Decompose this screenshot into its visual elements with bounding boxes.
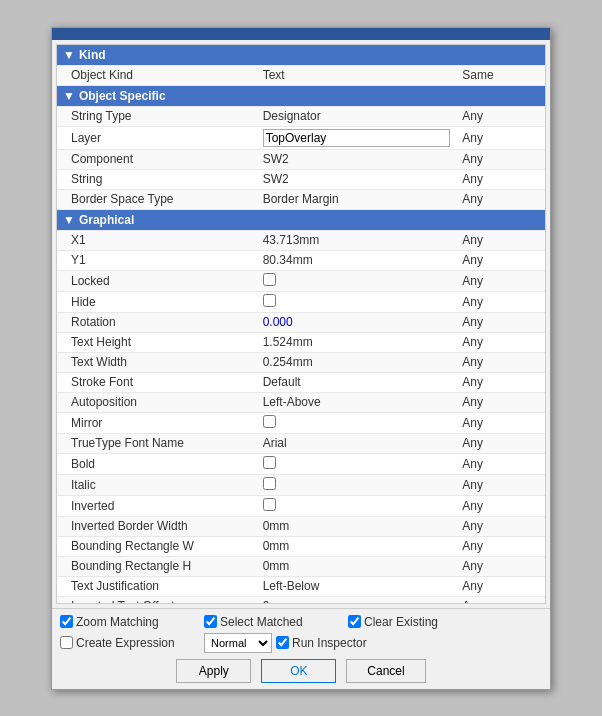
row-match: Any xyxy=(456,372,545,392)
row-match: Any xyxy=(456,332,545,352)
row-value[interactable] xyxy=(257,126,457,149)
row-match: Any xyxy=(456,291,545,312)
run-inspector-label[interactable]: Run Inspector xyxy=(292,636,367,650)
row-value[interactable] xyxy=(257,412,457,433)
row-value[interactable] xyxy=(257,453,457,474)
clear-existing-checkbox[interactable] xyxy=(348,615,361,628)
row-match: Any xyxy=(456,250,545,270)
table-row: Bounding Rectangle W0mmAny xyxy=(57,536,545,556)
row-label: Bounding Rectangle H xyxy=(57,556,257,576)
row-match: Any xyxy=(456,412,545,433)
row-match: Any xyxy=(456,126,545,149)
row-label: Bold xyxy=(57,453,257,474)
create-expression-item: Create Expression xyxy=(60,636,200,650)
row-value: 0.000 xyxy=(257,312,457,332)
section-header-graphical: ▼Graphical xyxy=(57,209,545,230)
table-row: BoldAny xyxy=(57,453,545,474)
table-row: Y180.34mmAny xyxy=(57,250,545,270)
table-row: Object KindTextSame xyxy=(57,65,545,85)
zoom-matching-checkbox[interactable] xyxy=(60,615,73,628)
table-row: ComponentSW2Any xyxy=(57,149,545,169)
row-label: Mirror xyxy=(57,412,257,433)
create-expression-checkbox[interactable] xyxy=(60,636,73,649)
footer: Zoom Matching Select Matched Clear Exist… xyxy=(52,608,550,689)
normal-select[interactable]: Normal Any Same Different xyxy=(204,633,272,653)
row-value: Left-Above xyxy=(257,392,457,412)
row-match: Any xyxy=(456,495,545,516)
checkbox-mirror[interactable] xyxy=(263,415,276,428)
run-inspector-item: Run Inspector xyxy=(276,636,416,650)
select-matched-checkbox[interactable] xyxy=(204,615,217,628)
table-row: Stroke FontDefaultAny xyxy=(57,372,545,392)
select-matched-label[interactable]: Select Matched xyxy=(220,615,303,629)
table-row: X143.713mmAny xyxy=(57,230,545,250)
row-match: Same xyxy=(456,65,545,85)
expand-icon[interactable]: ▼ xyxy=(63,213,75,227)
row-match: Any xyxy=(456,474,545,495)
checkbox-inverted[interactable] xyxy=(263,498,276,511)
row-label: Component xyxy=(57,149,257,169)
row-match: Any xyxy=(456,453,545,474)
table-row: ItalicAny xyxy=(57,474,545,495)
row-match: Any xyxy=(456,352,545,372)
row-label: Text Height xyxy=(57,332,257,352)
row-label: Italic xyxy=(57,474,257,495)
row-label: TrueType Font Name xyxy=(57,433,257,453)
checkbox-locked[interactable] xyxy=(263,273,276,286)
table-row: InvertedAny xyxy=(57,495,545,516)
row-label: String xyxy=(57,169,257,189)
row-match: Any xyxy=(456,149,545,169)
apply-button[interactable]: Apply xyxy=(176,659,251,683)
table-row: Inverted Text Offset0mmAny xyxy=(57,596,545,604)
row-label: Border Space Type xyxy=(57,189,257,209)
table-row: Text Height1.524mmAny xyxy=(57,332,545,352)
row-match: Any xyxy=(456,392,545,412)
find-similar-objects-dialog: ▼KindObject KindTextSame▼Object Specific… xyxy=(51,27,551,690)
title-bar xyxy=(52,28,550,40)
row-label: Bounding Rectangle W xyxy=(57,536,257,556)
table-row: AutopositionLeft-AboveAny xyxy=(57,392,545,412)
cancel-button[interactable]: Cancel xyxy=(346,659,425,683)
layer-input[interactable] xyxy=(263,129,451,147)
row-label: Hide xyxy=(57,291,257,312)
row-value: 0mm xyxy=(257,516,457,536)
table-row: LockedAny xyxy=(57,270,545,291)
row-value[interactable] xyxy=(257,474,457,495)
row-value[interactable] xyxy=(257,495,457,516)
expand-icon[interactable]: ▼ xyxy=(63,48,75,62)
table-row: TrueType Font NameArialAny xyxy=(57,433,545,453)
footer-checkboxes: Zoom Matching Select Matched Clear Exist… xyxy=(60,615,542,653)
table-row: Text JustificationLeft-BelowAny xyxy=(57,576,545,596)
row-value[interactable] xyxy=(257,270,457,291)
table-row: Border Space TypeBorder MarginAny xyxy=(57,189,545,209)
zoom-matching-item: Zoom Matching xyxy=(60,615,200,629)
row-label: Object Kind xyxy=(57,65,257,85)
expand-icon[interactable]: ▼ xyxy=(63,89,75,103)
table-row: Text Width0.254mmAny xyxy=(57,352,545,372)
row-value: 43.713mm xyxy=(257,230,457,250)
checkbox-bold[interactable] xyxy=(263,456,276,469)
ok-button[interactable]: OK xyxy=(261,659,336,683)
row-value: Text xyxy=(257,65,457,85)
run-inspector-checkbox[interactable] xyxy=(276,636,289,649)
row-value: 0.254mm xyxy=(257,352,457,372)
row-value[interactable] xyxy=(257,291,457,312)
table-row: LayerAny xyxy=(57,126,545,149)
row-value: SW2 xyxy=(257,169,457,189)
row-value: Designator xyxy=(257,106,457,126)
row-label: Rotation xyxy=(57,312,257,332)
row-match: Any xyxy=(456,169,545,189)
row-match: Any xyxy=(456,433,545,453)
clear-existing-item: Clear Existing xyxy=(348,615,488,629)
properties-table: ▼KindObject KindTextSame▼Object Specific… xyxy=(57,45,545,604)
checkbox-hide[interactable] xyxy=(263,294,276,307)
row-label: Text Justification xyxy=(57,576,257,596)
row-label: Locked xyxy=(57,270,257,291)
zoom-matching-label[interactable]: Zoom Matching xyxy=(76,615,159,629)
row-value: 80.34mm xyxy=(257,250,457,270)
create-expression-label[interactable]: Create Expression xyxy=(76,636,175,650)
checkbox-italic[interactable] xyxy=(263,477,276,490)
row-match: Any xyxy=(456,596,545,604)
row-label: Inverted Border Width xyxy=(57,516,257,536)
clear-existing-label[interactable]: Clear Existing xyxy=(364,615,438,629)
